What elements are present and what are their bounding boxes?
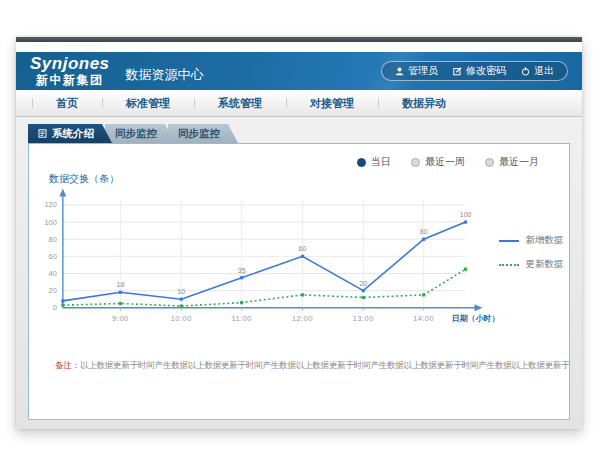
nav-item-label: 标准管理 [126, 97, 170, 109]
svg-text:80: 80 [420, 228, 428, 235]
svg-text:20: 20 [49, 286, 57, 295]
chart-row: 0204060801001209:0010:0011:0012:0013:001… [29, 188, 569, 340]
chart-x-axis-title: 日期（小时） [452, 314, 500, 323]
chart-x-tick-labels: 9:0010:0011:0012:0013:0014:00 [112, 314, 434, 323]
main-nav: 首页 标准管理 系统管理 对接管理 数据异动 [16, 90, 582, 117]
svg-text:60: 60 [49, 252, 57, 261]
nav-item[interactable]: 对接管理 [286, 90, 378, 116]
legend-line-sample [499, 240, 519, 242]
page-title: 数据资源中心 [126, 59, 204, 84]
nav-item-label: 首页 [56, 97, 78, 109]
logout-button[interactable]: 退出 [521, 64, 554, 78]
legend-label: 更新数据 [525, 258, 563, 271]
tab-label: 同步监控 [178, 127, 220, 141]
svg-text:100: 100 [460, 211, 472, 218]
user-icon [395, 67, 404, 76]
filter-label: 最近一月 [499, 155, 539, 169]
content-area: 系统介绍 同步监控 同步监控 当日 最近一周 [16, 117, 582, 429]
tab-system-intro[interactable]: 系统介绍 [28, 124, 112, 143]
nav-item[interactable]: 系统管理 [194, 90, 286, 116]
brand-logo-primary: Synjones [30, 55, 110, 73]
change-password-label: 修改密码 [466, 64, 506, 78]
nav-item-label: 系统管理 [218, 97, 262, 109]
nav-item-label: 数据异动 [402, 97, 446, 109]
svg-text:20: 20 [359, 280, 367, 287]
logout-label: 退出 [534, 64, 554, 78]
svg-text:10: 10 [177, 288, 185, 295]
current-user-label: 管理员 [408, 64, 438, 78]
line-chart: 0204060801001209:0010:0011:0012:0013:001… [37, 188, 499, 340]
radio-unselected-icon [485, 158, 494, 167]
brand-logo: Synjones 新中新集团 [30, 55, 110, 86]
legend-line-sample [499, 264, 519, 266]
legend-label: 新增数据 [525, 234, 563, 247]
filter-last-month[interactable]: 最近一月 [485, 155, 539, 169]
tab-sync-monitor-1[interactable]: 同步监控 [105, 124, 175, 143]
filter-last-week[interactable]: 最近一周 [411, 155, 465, 169]
svg-text:10:00: 10:00 [171, 314, 192, 323]
svg-text:13:00: 13:00 [353, 314, 374, 323]
svg-text:40: 40 [49, 269, 57, 278]
document-icon [38, 129, 47, 138]
page: Synjones 新中新集团 数据资源中心 管理员 修改密码 退出 [0, 0, 600, 450]
radio-selected-icon [357, 158, 366, 167]
nav-item-label: 对接管理 [310, 97, 354, 109]
time-range-filters: 当日 最近一周 最近一月 [29, 144, 569, 169]
chart-legend: 新增数据 更新数据 [499, 188, 569, 340]
logout-icon [521, 67, 530, 76]
app-window: Synjones 新中新集团 数据资源中心 管理员 修改密码 退出 [16, 37, 582, 429]
svg-text:60: 60 [299, 245, 307, 252]
svg-text:100: 100 [44, 218, 56, 227]
svg-text:9:00: 9:00 [112, 314, 128, 323]
footer-note: 备注：以上数据更新于时间产生数据以上数据更新于时间产生数据以上数据更新于时间产生… [29, 360, 569, 372]
filter-label: 当日 [371, 155, 391, 169]
radio-unselected-icon [411, 158, 420, 167]
svg-text:18: 18 [117, 281, 125, 288]
current-user-button[interactable]: 管理员 [395, 64, 438, 78]
nav-item[interactable]: 首页 [32, 90, 102, 116]
svg-text:12:00: 12:00 [292, 314, 313, 323]
nav-item[interactable]: 数据异动 [378, 90, 470, 116]
filter-label: 最近一周 [425, 155, 465, 169]
footer-note-prefix: 备注： [55, 360, 80, 370]
svg-text:11:00: 11:00 [231, 314, 252, 323]
brand-logo-secondary: 新中新集团 [30, 74, 110, 87]
legend-item[interactable]: 新增数据 [499, 234, 569, 247]
chart-panel: 当日 最近一周 最近一月 数据交换（条） 0204060801001209:00… [28, 143, 570, 420]
svg-text:120: 120 [44, 200, 56, 209]
chart-y-tick-labels: 020406080100120 [44, 200, 56, 312]
svg-text:35: 35 [238, 267, 246, 274]
svg-text:80: 80 [49, 235, 57, 244]
tab-label: 系统介绍 [52, 127, 94, 141]
tab-label: 同步监控 [115, 127, 157, 141]
user-toolbar: 管理员 修改密码 退出 [381, 61, 568, 81]
legend-item[interactable]: 更新数据 [499, 258, 569, 271]
svg-text:0: 0 [53, 303, 57, 312]
edit-icon [453, 67, 462, 76]
nav-item[interactable]: 标准管理 [102, 90, 194, 116]
svg-text:14:00: 14:00 [413, 314, 434, 323]
window-white-strip [16, 42, 582, 52]
filter-today[interactable]: 当日 [357, 155, 391, 169]
footer-note-text: 以上数据更新于时间产生数据以上数据更新于时间产生数据以上数据更新于时间产生数据以… [80, 360, 569, 370]
tab-bar: 系统介绍 同步监控 同步监控 [16, 117, 582, 143]
chart-y-axis-title: 数据交换（条） [49, 172, 569, 186]
change-password-button[interactable]: 修改密码 [453, 64, 506, 78]
app-header: Synjones 新中新集团 数据资源中心 管理员 修改密码 退出 [16, 52, 582, 90]
tab-sync-monitor-2[interactable]: 同步监控 [168, 124, 238, 143]
